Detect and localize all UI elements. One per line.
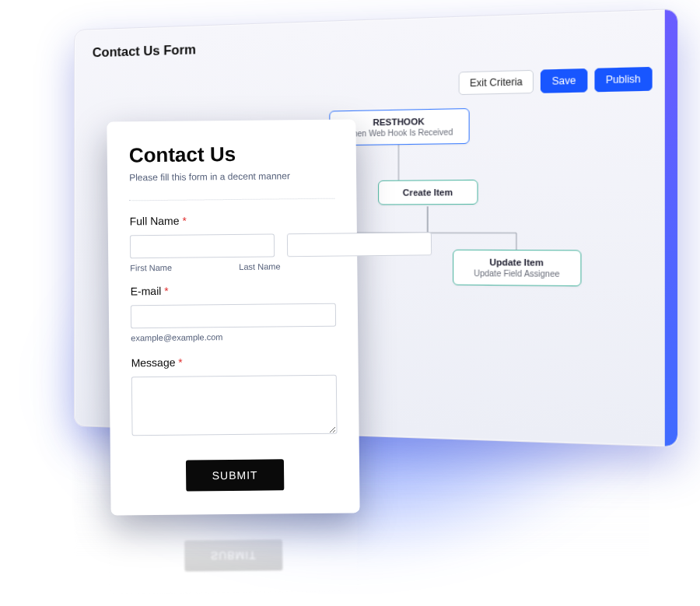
label-text: Full Name bbox=[130, 215, 180, 228]
submit-button[interactable]: SUBMIT bbox=[185, 459, 284, 491]
email-label: E-mail * bbox=[131, 283, 336, 298]
last-name-input[interactable] bbox=[287, 232, 432, 257]
editor-toolbar: Exit Criteria Save Publish bbox=[459, 67, 653, 95]
email-hint: example@example.com bbox=[131, 331, 336, 343]
form-subtitle: Please fill this form in a decent manner bbox=[129, 170, 334, 184]
full-name-label: Full Name * bbox=[130, 213, 335, 228]
label-text: Message bbox=[131, 356, 176, 370]
flow-node-subtitle: Update Field Assignee bbox=[462, 268, 572, 278]
exit-criteria-button[interactable]: Exit Criteria bbox=[459, 70, 534, 95]
flow-node-create-item[interactable]: Create Item bbox=[378, 180, 478, 205]
email-input[interactable] bbox=[131, 303, 336, 329]
flow-node-title: RESTHOOK bbox=[338, 116, 460, 128]
save-button[interactable]: Save bbox=[541, 68, 587, 93]
flow-node-title: Create Item bbox=[387, 187, 469, 198]
contact-form-card: Contact Us Please fill this form in a de… bbox=[107, 119, 359, 515]
publish-button[interactable]: Publish bbox=[594, 67, 653, 92]
required-marker: * bbox=[182, 215, 187, 227]
message-textarea[interactable] bbox=[131, 375, 338, 436]
required-marker: * bbox=[164, 285, 169, 297]
message-label: Message * bbox=[131, 355, 337, 370]
last-name-caption: Last Name bbox=[239, 261, 335, 271]
required-marker: * bbox=[178, 356, 183, 369]
flow-node-update-item[interactable]: Update Item Update Field Assignee bbox=[453, 250, 581, 286]
form-heading: Contact Us bbox=[129, 142, 334, 168]
page-title: Contact Us Form bbox=[93, 42, 196, 61]
first-name-input[interactable] bbox=[130, 233, 275, 258]
label-text: E-mail bbox=[131, 285, 162, 297]
first-name-caption: First Name bbox=[130, 262, 226, 272]
divider bbox=[129, 198, 334, 201]
flow-node-subtitle: When Web Hook Is Received bbox=[338, 128, 460, 138]
flow-node-title: Update Item bbox=[462, 257, 572, 268]
